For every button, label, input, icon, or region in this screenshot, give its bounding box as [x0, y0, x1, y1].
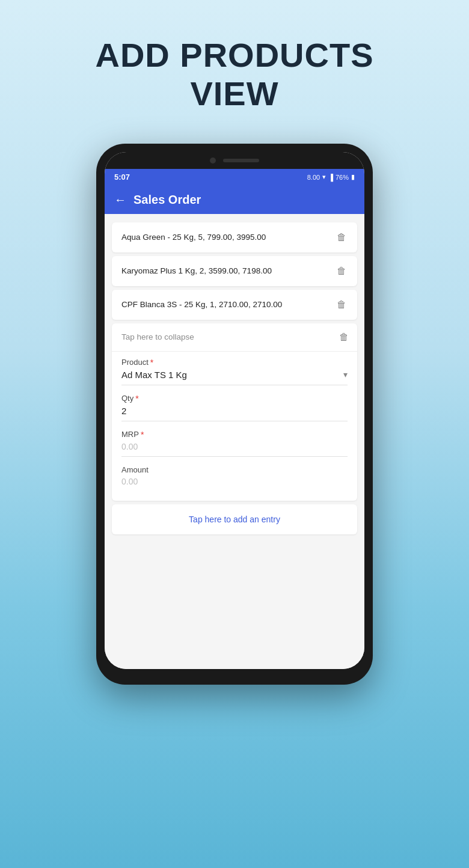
qty-value: 2 — [121, 406, 126, 416]
product-row-2-text: Karyomaz Plus 1 Kg, 2, 3599.00, 7198.00 — [121, 266, 334, 275]
qty-field: Qty * 2 — [121, 394, 348, 421]
wifi-icon: ▾ — [322, 173, 326, 181]
mrp-placeholder: 0.00 — [121, 442, 138, 451]
app-bar-title: Sales Order — [133, 193, 201, 207]
mrp-required-star: * — [141, 430, 144, 439]
amount-label: Amount — [121, 465, 348, 474]
product-value: Ad Max TS 1 Kg — [121, 370, 187, 380]
product-row-1: Aqua Green - 25 Kg, 5, 799.00, 3995.00 🗑 — [112, 222, 357, 252]
add-entry-label: Tap here to add an entry — [189, 515, 280, 524]
add-entry-button[interactable]: Tap here to add an entry — [112, 504, 357, 534]
amount-placeholder: 0.00 — [121, 477, 138, 486]
product-dropdown-arrow-icon: ▾ — [343, 370, 348, 379]
qty-label: Qty * — [121, 394, 348, 403]
delete-product-1-button[interactable]: 🗑 — [334, 231, 349, 244]
app-bar: ← Sales Order — [105, 186, 364, 214]
mrp-value-row[interactable]: 0.00 — [121, 442, 348, 451]
phone-notch — [105, 152, 364, 169]
status-bar: 5:07 8.00 ▾ ▐ 76% ▮ — [105, 169, 364, 186]
battery-label: 76% — [336, 174, 349, 181]
amount-value-row: 0.00 — [121, 477, 348, 486]
back-button[interactable]: ← — [114, 193, 126, 207]
mrp-label: MRP * — [121, 430, 348, 439]
product-label: Product * — [121, 358, 348, 367]
entry-form: Product * Ad Max TS 1 Kg ▾ Qty * — [112, 352, 357, 501]
speaker-grill — [223, 159, 259, 162]
page-title: ADD PRODUCTS VIEW — [95, 36, 373, 114]
delete-entry-button[interactable]: 🗑 — [339, 332, 349, 343]
status-icons: 8.00 ▾ ▐ 76% ▮ — [307, 173, 355, 181]
product-field: Product * Ad Max TS 1 Kg ▾ — [121, 358, 348, 385]
phone-screen: 5:07 8.00 ▾ ▐ 76% ▮ ← Sales Order Aqua G… — [105, 152, 364, 669]
battery-icon: ▮ — [351, 173, 355, 181]
collapse-label: Tap here to collapse — [121, 332, 194, 341]
product-required-star: * — [150, 358, 153, 367]
product-row-2: Karyomaz Plus 1 Kg, 2, 3599.00, 7198.00 … — [112, 256, 357, 286]
qty-required-star: * — [135, 394, 138, 403]
entry-card: Tap here to collapse 🗑 Product * Ad Max … — [112, 323, 357, 501]
amount-field: Amount 0.00 — [121, 465, 348, 491]
data-speed-label: 8.00 — [307, 174, 320, 181]
camera-dot — [210, 157, 216, 164]
product-row-3: CPF Blanca 3S - 25 Kg, 1, 2710.00, 2710.… — [112, 290, 357, 320]
product-row-1-text: Aqua Green - 25 Kg, 5, 799.00, 3995.00 — [121, 233, 334, 242]
delete-product-2-button[interactable]: 🗑 — [334, 264, 349, 278]
delete-product-3-button[interactable]: 🗑 — [334, 298, 349, 311]
status-time: 5:07 — [114, 173, 130, 182]
product-value-row[interactable]: Ad Max TS 1 Kg ▾ — [121, 370, 348, 380]
signal-icon: ▐ — [328, 174, 333, 181]
qty-value-row[interactable]: 2 — [121, 406, 348, 416]
phone-frame: 5:07 8.00 ▾ ▐ 76% ▮ ← Sales Order Aqua G… — [96, 144, 373, 685]
content-area: Aqua Green - 25 Kg, 5, 799.00, 3995.00 🗑… — [105, 214, 364, 669]
product-row-3-text: CPF Blanca 3S - 25 Kg, 1, 2710.00, 2710.… — [121, 300, 334, 309]
mrp-field: MRP * 0.00 — [121, 430, 348, 457]
entry-card-header[interactable]: Tap here to collapse 🗑 — [112, 323, 357, 352]
